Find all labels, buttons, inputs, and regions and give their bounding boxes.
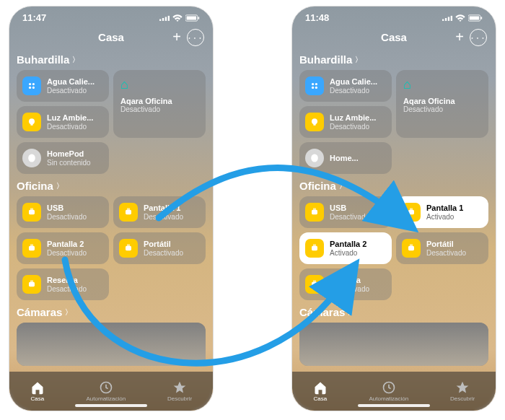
svg-rect-55 [411, 244, 412, 246]
accessory-tile[interactable]: Luz Ambie...Desactivado [17, 106, 109, 138]
svg-point-8 [32, 83, 35, 85]
tab-descubrir[interactable]: Descubrir [450, 380, 475, 402]
tile-name: Pantalla 1 [426, 204, 463, 212]
chevron-right-icon: 〉 [355, 55, 362, 65]
tile-name: Luz Ambie... [47, 113, 93, 122]
tile-name: Reserva [330, 276, 369, 284]
svg-point-40 [315, 87, 317, 89]
tile-name: Agua Calie... [47, 77, 95, 86]
plug-icon [402, 239, 421, 258]
accessory-tile[interactable]: Home... [299, 142, 392, 174]
room-header[interactable]: Buhardilla〉 [17, 53, 206, 66]
tile-name: Aqara Oficina [120, 97, 172, 105]
accessory-tile[interactable]: ⌂Aqara OficinaDesactivado [113, 70, 206, 138]
svg-rect-27 [30, 280, 31, 282]
accessory-tile[interactable]: HomePodSin contenido [17, 142, 109, 174]
add-button[interactable]: + [172, 29, 181, 45]
more-button[interactable]: ● ● ● [470, 29, 487, 46]
svg-rect-0 [159, 19, 161, 20]
home-title[interactable]: Casa [98, 31, 124, 43]
room-name: Buhardilla [17, 53, 69, 66]
room-header[interactable]: Oficina〉 [17, 180, 206, 192]
room-header[interactable]: Oficina〉 [299, 180, 488, 192]
svg-rect-2 [165, 17, 167, 20]
status-bar: 11:48 [292, 6, 496, 26]
svg-point-37 [312, 83, 314, 85]
battery-icon [468, 14, 483, 22]
add-button[interactable]: + [455, 29, 464, 45]
svg-rect-22 [32, 244, 32, 246]
tab-label: Casa [314, 395, 328, 402]
accessory-tile[interactable]: PortátilDesactivado [396, 232, 488, 264]
tile-state: Sin contenido [47, 159, 91, 167]
plug-icon [22, 275, 41, 294]
tile-name: HomePod [47, 149, 91, 158]
tab-casa[interactable]: Casa [30, 380, 45, 402]
svg-rect-48 [410, 208, 410, 210]
accessory-tile[interactable]: Pantalla 2Activado [299, 232, 392, 264]
chevron-right-icon: 〉 [65, 307, 72, 318]
tile-name: Reserva [47, 276, 87, 284]
svg-rect-58 [315, 280, 315, 282]
tile-state: Desactivado [330, 285, 369, 293]
wifi-icon [172, 14, 183, 22]
home-title[interactable]: Casa [381, 31, 407, 43]
svg-rect-46 [315, 208, 315, 210]
svg-point-11 [29, 118, 35, 124]
accessory-tile[interactable]: USBDesactivado [17, 196, 109, 228]
tab-label: Casa [31, 395, 45, 402]
svg-rect-50 [312, 246, 317, 250]
svg-point-38 [315, 83, 317, 85]
tab-automatización[interactable]: Automatización [87, 380, 126, 402]
accessory-tile[interactable]: Pantalla 2Desactivado [17, 232, 109, 264]
tile-state: Desactivado [144, 249, 183, 257]
accessory-tile[interactable]: ReservaDesactivado [299, 268, 392, 300]
svg-rect-12 [30, 123, 32, 125]
tab-label: Automatización [87, 395, 126, 402]
ac-icon [22, 76, 41, 95]
chevron-right-icon: 〉 [339, 181, 346, 191]
camera-preview[interactable] [299, 323, 488, 366]
svg-rect-42 [313, 123, 315, 125]
room-header[interactable]: Cámaras〉 [299, 306, 488, 318]
tab-casa[interactable]: Casa [313, 380, 328, 402]
svg-rect-36 [481, 17, 483, 19]
svg-rect-54 [410, 244, 410, 246]
tile-grid: USBDesactivadoPantalla 1DesactivadoPanta… [17, 196, 206, 300]
more-button[interactable]: ● ● ● [187, 29, 204, 46]
hub-icon: ⌂ [120, 77, 128, 92]
room-name: Oficina [299, 180, 336, 192]
camera-preview[interactable] [17, 323, 206, 366]
svg-rect-57 [313, 280, 314, 282]
svg-point-7 [29, 83, 31, 85]
battery-icon [185, 14, 200, 22]
status-icons [159, 14, 200, 22]
room-header[interactable]: Buhardilla〉 [299, 53, 488, 66]
accessory-tile[interactable]: Pantalla 1Desactivado [113, 196, 206, 228]
signal-icon [442, 14, 452, 22]
svg-point-43 [311, 154, 318, 162]
tab-label: Descubrir [167, 395, 192, 402]
tile-state: Desactivado [47, 213, 87, 221]
homepod-icon [22, 149, 41, 167]
accessory-tile[interactable]: ⌂Aqara OficinaDesactivado [396, 70, 488, 138]
plug-icon [22, 239, 41, 258]
room-name: Cámaras [17, 306, 62, 318]
tab-automatización[interactable]: Automatización [369, 380, 409, 402]
accessory-tile[interactable]: Agua Calie...Desactivado [17, 70, 109, 102]
tab-descubrir[interactable]: Descubrir [167, 380, 192, 402]
accessory-tile[interactable]: Luz Ambie...Desactivado [299, 106, 392, 138]
accessory-tile[interactable]: ReservaDesactivado [17, 268, 109, 300]
tile-name: Portátil [144, 240, 183, 248]
chevron-right-icon: 〉 [348, 307, 355, 318]
accessory-tile[interactable]: Agua Calie...Desactivado [299, 70, 392, 102]
tile-state: Desactivado [330, 213, 369, 221]
tile-name: Pantalla 2 [47, 240, 87, 248]
accessory-tile[interactable]: USBDesactivado [299, 196, 392, 228]
svg-rect-5 [187, 16, 196, 19]
accessory-tile[interactable]: PortátilDesactivado [113, 232, 206, 264]
accessory-tile[interactable]: Pantalla 1Activado [396, 196, 488, 228]
home-indicator [358, 404, 430, 407]
signal-icon [159, 14, 170, 22]
room-header[interactable]: Cámaras〉 [17, 306, 206, 318]
